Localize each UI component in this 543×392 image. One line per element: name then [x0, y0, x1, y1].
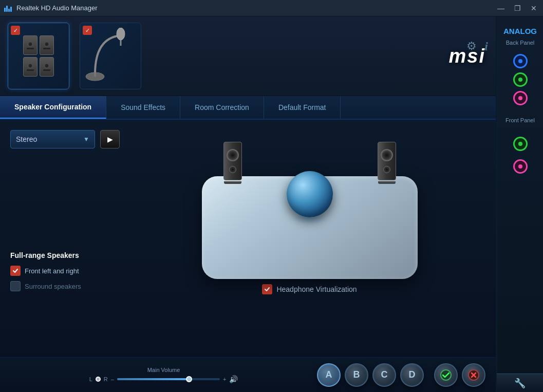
volume-row: L R – + 🔊: [89, 375, 238, 383]
headphone-virtualization-label: Headphone Virtualization: [276, 285, 357, 293]
speaker-right-base: [378, 181, 396, 184]
back-panel-label: Back Panel: [506, 40, 535, 46]
back-panel-jack-green[interactable]: [513, 72, 528, 87]
speaker-volume-icon[interactable]: 🔊: [229, 375, 238, 383]
full-range-section: Full-range Speakers Front left and right…: [10, 251, 123, 296]
front-lr-row: Front left and right: [10, 266, 123, 276]
content-area: ✓: [0, 16, 497, 392]
speaker-left-tweeter: [229, 166, 236, 173]
speaker-left-body: [223, 142, 242, 180]
msi-logo: msi: [449, 45, 485, 67]
main-container: ✓: [0, 16, 543, 392]
svg-point-0: [117, 28, 125, 40]
speaker-left[interactable]: [222, 142, 243, 184]
speaker-left-woofer: [227, 149, 239, 161]
volume-left-knob[interactable]: [96, 377, 101, 382]
tab-room-correction[interactable]: Room Correction: [180, 96, 264, 119]
title-bar: Realtek HD Audio Manager — ❐ ✕: [0, 0, 543, 16]
mic-device-card[interactable]: ✓: [80, 23, 141, 89]
speakers-device-card[interactable]: ✓: [8, 23, 69, 89]
analog-title: ANALOG: [503, 27, 537, 35]
volume-slider[interactable]: [117, 378, 220, 380]
msi-area: msi: [449, 45, 485, 67]
audio-icon: [4, 5, 13, 12]
close-button[interactable]: ✕: [529, 4, 539, 12]
profile-d-button[interactable]: D: [400, 363, 424, 387]
volume-thumb[interactable]: [186, 376, 192, 382]
speaker-right-woofer: [381, 149, 393, 161]
volume-dash: –: [111, 376, 114, 382]
mic-stand-svg: [85, 28, 136, 84]
speaker-right-body: [378, 142, 396, 180]
speaker-box-tl: [23, 35, 38, 55]
speaker-right[interactable]: [377, 142, 397, 184]
minimize-button[interactable]: —: [496, 4, 506, 12]
volume-fill: [117, 378, 189, 380]
volume-plus: +: [223, 376, 226, 382]
title-left: Realtek HD Audio Manager: [4, 4, 98, 12]
profile-b-button[interactable]: B: [345, 363, 368, 387]
back-panel-jack-pink[interactable]: [513, 91, 528, 105]
action-buttons: [434, 363, 485, 387]
play-button[interactable]: ▶: [100, 130, 120, 148]
speaker-icon-group: [23, 35, 54, 77]
surround-label: Surround speakers: [25, 283, 81, 290]
speaker-left-base: [224, 181, 241, 184]
speaker-right-tweeter: [383, 166, 390, 173]
tab-default-format[interactable]: Default Format: [264, 96, 341, 119]
cancel-button[interactable]: [462, 363, 485, 387]
speaker-box-br: [40, 57, 54, 77]
profile-a-button[interactable]: A: [317, 363, 341, 387]
volume-left-label: L: [89, 376, 92, 382]
front-lr-checkbox[interactable]: [10, 266, 21, 276]
front-lr-label: Front left and right: [25, 267, 79, 275]
settings-bar[interactable]: 🔧: [497, 374, 543, 392]
device-bar: ✓: [0, 16, 496, 96]
speaker-config-dropdown[interactable]: Stereo ▼: [10, 130, 95, 148]
speakers-check-icon: ✓: [11, 26, 20, 35]
tab-speaker-configuration[interactable]: Speaker Configuration: [0, 96, 106, 119]
front-panel-jack-pink[interactable]: [513, 159, 528, 174]
title-controls: — ❐ ✕: [496, 4, 539, 12]
speaker-box-bl: [23, 57, 38, 77]
main-panel: Stereo ▼ ▶ Full-range Speakers Fr: [0, 120, 496, 357]
bottom-bar: Main Volume L R – + 🔊 A: [0, 357, 496, 392]
headphone-row: Headphone Virtualization: [262, 284, 357, 294]
speaker-box-tr: [40, 35, 54, 55]
volume-right-label: R: [104, 376, 108, 382]
tabs-bar: Speaker Configuration Sound Effects Room…: [0, 96, 496, 120]
speaker-viz: Headphone Virtualization: [134, 130, 485, 347]
mic-check-icon: ✓: [83, 26, 92, 35]
front-panel-jack-green[interactable]: [513, 137, 528, 151]
surround-checkbox[interactable]: [10, 281, 21, 291]
window-title: Realtek HD Audio Manager: [16, 4, 98, 12]
profile-buttons: A B C D: [317, 363, 424, 387]
chevron-down-icon: ▼: [83, 136, 89, 143]
confirm-button[interactable]: [434, 363, 458, 387]
restore-button[interactable]: ❐: [512, 4, 522, 12]
right-panel: ANALOG Back Panel Front Panel 🔧: [497, 16, 543, 392]
headphone-virtualization-checkbox[interactable]: [262, 284, 272, 294]
stereo-row: Stereo ▼ ▶: [10, 130, 123, 148]
full-range-title: Full-range Speakers: [10, 251, 123, 259]
front-panel-label: Front Panel: [505, 117, 535, 123]
profile-c-button[interactable]: C: [372, 363, 396, 387]
wrench-icon: 🔧: [514, 378, 526, 389]
volume-section: Main Volume L R – + 🔊: [10, 367, 317, 383]
back-panel-jack-blue[interactable]: [513, 54, 528, 68]
volume-label: Main Volume: [147, 367, 180, 373]
tab-sound-effects[interactable]: Sound Effects: [106, 96, 180, 119]
surround-row: Surround speakers: [10, 281, 123, 291]
center-ball: [287, 171, 333, 217]
speaker-stage: [194, 140, 425, 279]
left-controls: Stereo ▼ ▶ Full-range Speakers Fr: [10, 130, 123, 347]
